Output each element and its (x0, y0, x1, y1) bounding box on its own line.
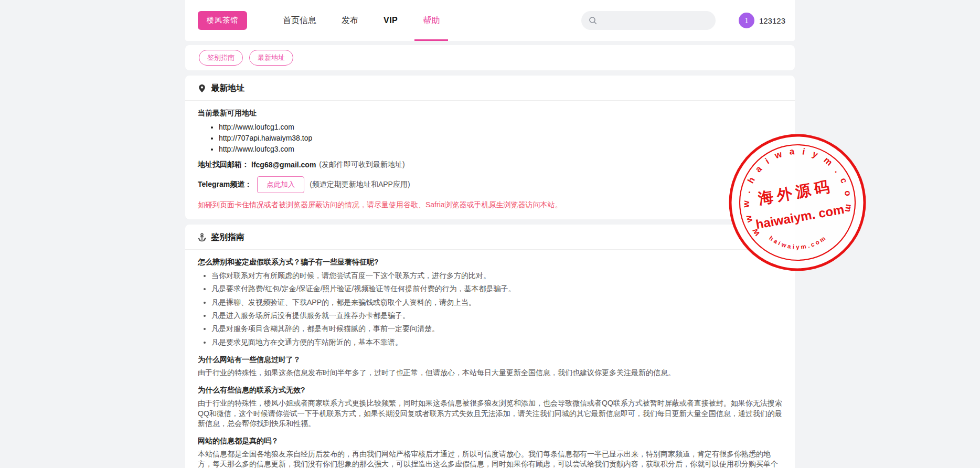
site-url-link[interactable]: http://www.loufcg1.com (219, 123, 294, 131)
guide-question-heading: 怎么辨别和鉴定虚假联系方式？骗子有一些显著特征呢? (198, 258, 782, 267)
latest-address-card-header: 最新地址 (185, 76, 795, 101)
identify-guide-title: 鉴别指南 (211, 232, 244, 243)
latest-address-body: 当前最新可用地址 http://www.loufcg1.com http://7… (185, 101, 795, 219)
url-item: http://www.loufcg3.com (219, 145, 782, 153)
telegram-line: Telegram频道： 点此加入 (频道定期更新地址和APP应用) (198, 176, 782, 193)
telegram-join-button[interactable]: 点此加入 (257, 176, 304, 193)
telegram-label: Telegram频道： (198, 180, 252, 189)
brand-logo-button[interactable]: 楼凤茶馆 (198, 11, 247, 30)
url-item: http://707api.haiwaiym38.top (219, 134, 782, 142)
guide-bullet: 凡是进入服务场所后没有提供服务就一直推荐办卡都是骗子。 (211, 311, 782, 321)
qa-question: 为什么有些信息的联系方式无效? (198, 386, 782, 395)
email-label: 地址找回邮箱： (198, 160, 249, 169)
pill-latest-address[interactable]: 最新地址 (249, 50, 293, 66)
guide-bullet: 凡是要求见面地方在交通方便的车站附近的，基本不靠谱。 (211, 337, 782, 347)
tag-pills-bar: 鉴别指南 最新地址 (185, 45, 795, 70)
latest-address-card: 最新地址 当前最新可用地址 http://www.loufcg1.com htt… (185, 76, 795, 219)
url-item: http://www.loufcg1.com (219, 123, 782, 131)
top-header: 楼凤茶馆 首页信息 发布 VIP 帮助 1 123123 (185, 0, 795, 41)
qa-answer: 由于行业的特殊性，如果这条信息发布时间半年多了，过时了也正常，但请放心，本站每日… (198, 368, 782, 378)
qa-block: 网站的信息都是真的吗？ 本站信息都是全国各地狼友亲自经历后发布的，再由我们网站严… (198, 437, 782, 468)
qa-answer: 本站信息都是全国各地狼友亲自经历后发布的，再由我们网站严格审核后才通过，所以可信… (198, 449, 782, 468)
guide-bullet: 凡是对服务项目含糊其辞的，都是有时候猫腻的，事前一定要问清楚。 (211, 324, 782, 334)
guide-bullet: 凡是裸聊、发视频验证、下载APP的，都是来骗钱或窃取个人资料的，请勿上当。 (211, 297, 782, 307)
qa-question: 为什么网站有一些信息过时了？ (198, 355, 782, 365)
main-nav: 首页信息 发布 VIP 帮助 (278, 0, 460, 41)
search-box[interactable] (581, 11, 716, 30)
page: { "theme": { "brand_pink": "#e9419b", "a… (0, 0, 980, 468)
nav-item-home[interactable]: 首页信息 (278, 0, 322, 41)
latest-address-title: 最新地址 (211, 83, 244, 94)
anchor-icon (198, 233, 206, 242)
browser-warning-text: 如碰到页面卡住情况或者被浏览器屏蔽访问的情况，请尽量使用谷歌、Safria浏览器… (198, 200, 782, 210)
identify-guide-card-header: 鉴别指南 (185, 225, 795, 250)
nav-item-vip[interactable]: VIP (378, 0, 403, 41)
identify-guide-card: 鉴别指南 怎么辨别和鉴定虚假联系方式？骗子有一些显著特征呢? 当你对联系对方有所… (185, 225, 795, 468)
url-list: http://www.loufcg1.com http://707api.hai… (198, 123, 782, 153)
location-pin-icon (198, 84, 206, 93)
qa-question: 网站的信息都是真的吗？ (198, 437, 782, 446)
search-icon (589, 16, 597, 25)
site-url-link[interactable]: http://707api.haiwaiym38.top (219, 134, 312, 142)
telegram-note: (频道定期更新地址和APP应用) (310, 180, 410, 189)
identify-guide-body: 怎么辨别和鉴定虚假联系方式？骗子有一些显著特征呢? 当你对联系对方有所顾虑的时候… (185, 250, 795, 468)
qa-block: 为什么网站有一些信息过时了？ 由于行业的特殊性，如果这条信息发布时间半年多了，过… (198, 355, 782, 378)
nav-item-publish[interactable]: 发布 (336, 0, 364, 41)
email-value: lfcg68@gmail.com (251, 161, 316, 169)
user-info[interactable]: 1 123123 (739, 13, 785, 28)
email-note: (发邮件即可收到最新地址) (319, 160, 404, 169)
guide-bullet: 当你对联系对方有所顾虑的时候，请您尝试百度一下这个联系方式，进行多方的比对。 (211, 271, 782, 281)
search-input[interactable] (601, 16, 708, 25)
pill-identify-guide[interactable]: 鉴别指南 (199, 50, 243, 66)
page-container: 楼凤茶馆 首页信息 发布 VIP 帮助 1 123123 鉴别指南 最新地址 (185, 0, 795, 468)
guide-bullet-list: 当你对联系对方有所顾虑的时候，请您尝试百度一下这个联系方式，进行多方的比对。 凡… (198, 271, 782, 347)
nav-item-help[interactable]: 帮助 (418, 0, 445, 41)
qa-block: 为什么有些信息的联系方式无效? 由于行业的特殊性，楼凤小姐或者商家联系方式更换比… (198, 386, 782, 429)
username: 123123 (759, 16, 785, 25)
current-address-subtitle: 当前最新可用地址 (198, 109, 782, 118)
site-url-link[interactable]: http://www.loufcg3.com (219, 145, 294, 153)
email-line: 地址找回邮箱： lfcg68@gmail.com (发邮件即可收到最新地址) (198, 160, 782, 169)
avatar[interactable]: 1 (739, 13, 754, 28)
guide-bullet: 凡是要求付路费/红包/定金/保证金/照片验证/视频验证等任何提前付费的行为，基本… (211, 284, 782, 294)
qa-answer: 由于行业的特殊性，楼凤小姐或者商家联系方式更换比较频繁，同时如果这条信息被很多狼… (198, 398, 782, 429)
